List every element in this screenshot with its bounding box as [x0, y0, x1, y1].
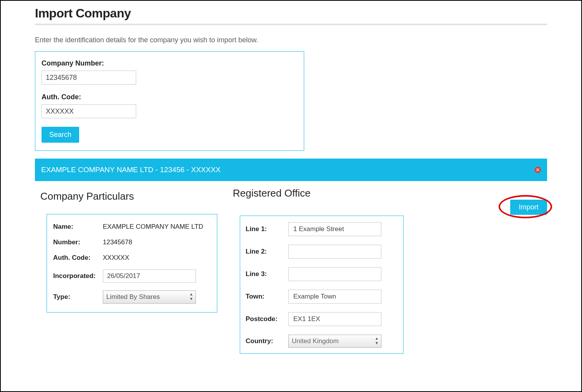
- town-input[interactable]: [288, 290, 381, 304]
- result-bar: EXAMPLE COMPANY NAME LTD - 123456 - XXXX…: [35, 159, 547, 181]
- office-heading: Registered Office: [233, 187, 404, 199]
- search-button[interactable]: Search: [42, 127, 79, 143]
- line2-input[interactable]: [288, 245, 381, 259]
- postcode-label: Postcode:: [246, 315, 288, 323]
- page-title: Import Company: [35, 6, 547, 21]
- result-bar-text: EXAMPLE COMPANY NAME LTD - 123456 - XXXX…: [41, 166, 221, 174]
- line1-input[interactable]: [288, 222, 381, 236]
- country-select-value: United Kingdom: [292, 337, 339, 345]
- chevron-updown-icon: ▲▼: [189, 292, 193, 301]
- particulars-heading: Company Particulars: [40, 190, 217, 202]
- particulars-panel: Name: EXAMPLE COMPANY NAME LTD Number: 1…: [47, 214, 217, 313]
- name-label: Name:: [53, 223, 103, 231]
- incorporated-input[interactable]: [103, 269, 196, 283]
- number-value: 12345678: [103, 238, 132, 246]
- line3-input[interactable]: [288, 267, 381, 281]
- company-number-input[interactable]: [42, 71, 136, 85]
- line3-label: Line 3:: [246, 270, 288, 278]
- auth-code-label: Auth. Code:: [42, 93, 298, 101]
- chevron-updown-icon: ▲▼: [375, 336, 379, 345]
- name-value: EXAMPLE COMPANY NAME LTD: [103, 223, 203, 231]
- number-label: Number:: [53, 238, 103, 246]
- line1-label: Line 1:: [246, 225, 288, 233]
- line2-label: Line 2:: [246, 248, 288, 256]
- type-label: Type:: [53, 293, 103, 301]
- title-rule: [35, 24, 547, 25]
- incorporated-label: Incorporated:: [53, 272, 103, 280]
- intro-text: Enter the identification details for the…: [35, 36, 547, 44]
- country-label: Country:: [246, 337, 288, 345]
- postcode-input[interactable]: [288, 312, 381, 326]
- office-panel: Line 1: Line 2: Line 3: Town:: [240, 216, 404, 354]
- company-number-label: Company Number:: [42, 59, 298, 67]
- search-panel: Company Number: Auth. Code: Search: [35, 51, 304, 151]
- town-label: Town:: [246, 293, 288, 300]
- type-select[interactable]: Limited By Shares ▲▼: [103, 290, 196, 304]
- country-select[interactable]: United Kingdom ▲▼: [288, 335, 381, 348]
- auth-code-readout-label: Auth. Code:: [53, 254, 103, 262]
- import-button[interactable]: Import: [510, 200, 547, 215]
- auth-code-input[interactable]: [42, 104, 136, 118]
- close-icon[interactable]: [535, 167, 541, 173]
- auth-code-readout-value: XXXXXX: [103, 254, 129, 262]
- type-select-value: Limited By Shares: [106, 293, 160, 301]
